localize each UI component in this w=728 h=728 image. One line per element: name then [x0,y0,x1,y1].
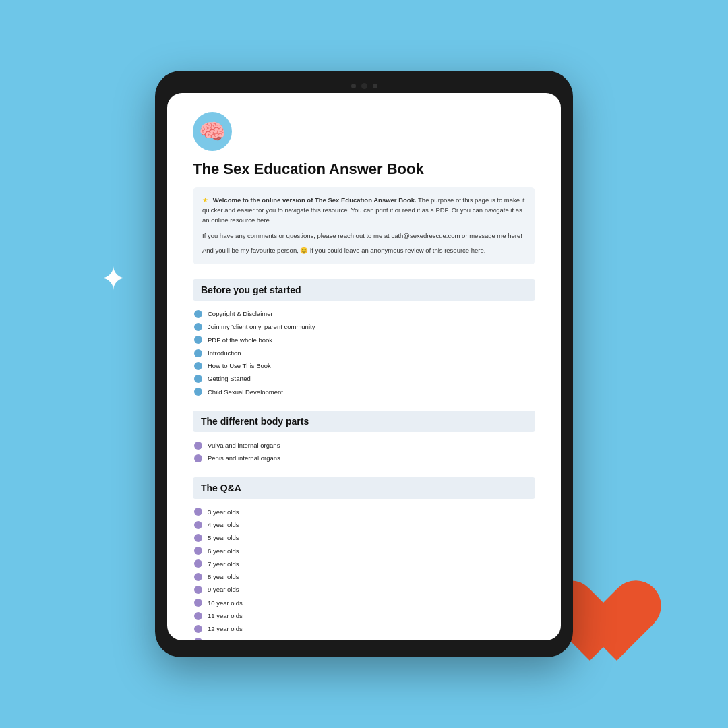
star-decoration: ✦ [100,263,132,295]
section-list-before: Copyright & Disclaimer Join my 'client o… [193,307,535,398]
list-item[interactable]: 4 year olds [193,518,535,531]
bullet-icon [194,534,202,542]
list-item[interactable]: 3 year olds [193,506,535,518]
intro-para-2: If you have any comments or questions, p… [202,231,526,241]
list-item[interactable]: Penis and internal organs [193,452,535,464]
list-item[interactable]: 8 year olds [193,570,535,583]
list-item[interactable]: Copyright & Disclaimer [193,307,535,320]
tablet-device: 🧠 The Sex Education Answer Book ★ Welcom… [155,71,573,657]
list-item[interactable]: PDF of the whole book [193,334,535,346]
camera-dot-main [361,83,367,89]
bullet-icon [194,599,202,607]
list-item[interactable]: Introduction [193,346,535,359]
list-item[interactable]: 10 year olds [193,597,535,609]
list-item[interactable]: Vulva and internal organs [193,439,535,452]
section-header-qa: The Q&A [193,477,535,499]
list-item[interactable]: 6 year olds [193,545,535,557]
logo-emoji: 🧠 [199,119,226,144]
page-title: The Sex Education Answer Book [193,160,535,178]
list-item[interactable]: 12 year olds [193,622,535,635]
bullet-icon [194,547,202,555]
bullet-icon [194,362,202,370]
list-item[interactable]: How to Use This Book [193,359,535,372]
list-item[interactable]: 7 year olds [193,557,535,570]
section-header-before: Before you get started [193,279,535,301]
bullet-icon [194,375,202,383]
logo-circle: 🧠 [193,112,232,151]
list-item[interactable]: 9 year olds [193,583,535,596]
tablet-screen[interactable]: 🧠 The Sex Education Answer Book ★ Welcom… [167,93,561,640]
heart-decoration [566,583,654,664]
bullet-icon [194,586,202,594]
list-item[interactable]: 13 year olds [193,636,535,640]
intro-para-1: ★ Welcome to the online version of The S… [202,195,526,225]
bullet-icon [194,336,202,344]
page-content: 🧠 The Sex Education Answer Book ★ Welcom… [167,93,561,640]
list-item[interactable]: 5 year olds [193,531,535,544]
camera-bar [167,83,561,89]
bullet-icon [194,521,202,529]
intro-para-3: And you'll be my favourite person, 😊 if … [202,246,526,256]
bullet-icon [194,625,202,633]
list-item[interactable]: Child Sexual Development [193,386,535,398]
intro-box: ★ Welcome to the online version of The S… [193,187,535,264]
bullet-icon [194,442,202,450]
bullet-icon [194,323,202,331]
list-item[interactable]: Join my 'client only' parent community [193,320,535,333]
camera-dot-left [351,84,356,88]
list-item[interactable]: Getting Started [193,372,535,385]
section-list-qa: 3 year olds 4 year olds 5 year olds 6 ye… [193,506,535,640]
bullet-icon [194,310,202,318]
star-bullet-icon: ★ [202,196,208,204]
bullet-icon [194,349,202,357]
bullet-icon [194,638,202,640]
section-list-body: Vulva and internal organs Penis and inte… [193,439,535,465]
bullet-icon [194,612,202,620]
camera-dot-right [373,84,377,88]
bullet-icon [194,508,202,516]
list-item[interactable]: 11 year olds [193,609,535,622]
bullet-icon [194,454,202,462]
bullet-icon [194,573,202,581]
bullet-icon [194,559,202,568]
section-header-body: The different body parts [193,411,535,432]
bullet-icon [194,388,202,396]
